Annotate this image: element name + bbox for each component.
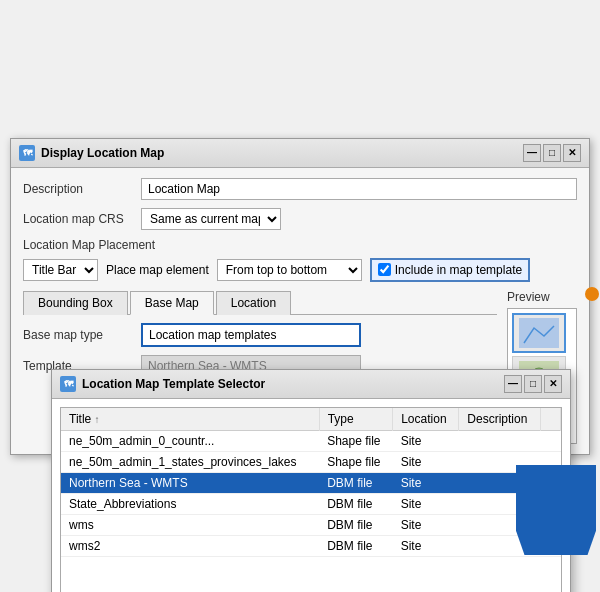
cell-extra (541, 430, 561, 451)
table-row[interactable]: wms DBM file Site (61, 514, 561, 535)
cell-description (459, 472, 541, 493)
preview-item-1[interactable] (512, 313, 566, 353)
table-row[interactable]: ne_50m_admin_0_countr... Shape file Site (61, 430, 561, 451)
basemap-type-label: Base map type (23, 328, 133, 342)
tab-bounding-box[interactable]: Bounding Box (23, 291, 128, 315)
placement-row: Title Bar Place map element From top to … (23, 258, 577, 282)
cell-title: ne_50m_admin_0_countr... (61, 430, 319, 451)
outer-dialog: 🗺 Display Location Map — □ ✕ Description… (10, 138, 590, 455)
col-type: Type (319, 408, 393, 431)
placement-label: Location Map Placement (23, 238, 577, 252)
cell-title: State_Abbreviations (61, 493, 319, 514)
preview-label: Preview (507, 290, 550, 304)
dialog-icon: 🗺 (19, 145, 35, 161)
cell-title: wms2 (61, 535, 319, 556)
cell-type: Shape file (319, 430, 393, 451)
crs-label: Location map CRS (23, 212, 133, 226)
cell-location: Site (393, 472, 459, 493)
cell-description (459, 451, 541, 472)
inner-dialog-title: Location Map Template Selector (82, 377, 265, 391)
table-row[interactable]: ne_50m_admin_1_states_provinces_lakes Sh… (61, 451, 561, 472)
cell-description (459, 514, 541, 535)
tab-bar: Bounding Box Base Map Location (23, 290, 497, 315)
description-input[interactable] (141, 178, 577, 200)
sort-icon: ↑ (95, 414, 100, 425)
description-label: Description (23, 182, 133, 196)
minimize-button[interactable]: — (523, 144, 541, 162)
inner-window-controls: — □ ✕ (504, 375, 562, 393)
svg-rect-0 (519, 318, 559, 348)
col-description: Description (459, 408, 541, 431)
tab-base-map[interactable]: Base Map (130, 291, 214, 315)
cell-description (459, 493, 541, 514)
cell-type: Shape file (319, 451, 393, 472)
table-row[interactable]: State_Abbreviations DBM file Site (61, 493, 561, 514)
cell-title: wms (61, 514, 319, 535)
maximize-button[interactable]: □ (543, 144, 561, 162)
description-row: Description (23, 178, 577, 200)
cell-location: Site (393, 493, 459, 514)
cell-type: DBM file (319, 472, 393, 493)
cell-location: Site (393, 514, 459, 535)
cell-description (459, 535, 541, 556)
crs-select[interactable]: Same as current map (141, 208, 281, 230)
template-table: Title ↑ Type Location Description ne_50m… (61, 408, 561, 557)
template-table-container: Title ↑ Type Location Description ne_50m… (60, 407, 562, 593)
table-header-row: Title ↑ Type Location Description (61, 408, 561, 431)
cell-location: Site (393, 430, 459, 451)
inner-dialog-content: Title ↑ Type Location Description ne_50m… (52, 399, 570, 593)
outer-title-bar: 🗺 Display Location Map — □ ✕ (11, 139, 589, 168)
outer-window-controls: — □ ✕ (523, 144, 581, 162)
table-row[interactable]: wms2 DBM file Site (61, 535, 561, 556)
cell-extra (541, 535, 561, 556)
cell-location: Site (393, 535, 459, 556)
close-button[interactable]: ✕ (563, 144, 581, 162)
include-template-label: Include in map template (395, 263, 522, 277)
cell-type: DBM file (319, 535, 393, 556)
cell-extra (541, 514, 561, 535)
inner-dialog: 🗺 Location Map Template Selector — □ ✕ T… (51, 369, 571, 593)
place-map-select[interactable]: From top to bottom (217, 259, 362, 281)
inner-minimize-button[interactable]: — (504, 375, 522, 393)
place-map-label: Place map element (106, 263, 209, 277)
outer-dialog-title: Display Location Map (41, 146, 164, 160)
preview-map-icon (519, 318, 559, 348)
inner-dialog-icon: 🗺 (60, 376, 76, 392)
cell-type: DBM file (319, 514, 393, 535)
col-title: Title ↑ (61, 408, 319, 431)
table-row[interactable]: Northern Sea - WMTS DBM file Site (61, 472, 561, 493)
titlebar-select[interactable]: Title Bar (23, 259, 98, 281)
cell-title: ne_50m_admin_1_states_provinces_lakes (61, 451, 319, 472)
include-template-checkbox-label[interactable]: Include in map template (370, 258, 530, 282)
include-template-checkbox[interactable] (378, 263, 391, 276)
cell-extra (541, 472, 561, 493)
basemap-type-row: Base map type Location map templates (23, 323, 497, 347)
crs-row: Location map CRS Same as current map (23, 208, 577, 230)
cell-location: Site (393, 451, 459, 472)
inner-maximize-button[interactable]: □ (524, 375, 542, 393)
basemap-type-dropdown-container: Location map templates (141, 323, 361, 347)
inner-title-bar: 🗺 Location Map Template Selector — □ ✕ (52, 370, 570, 399)
basemap-type-select[interactable]: Location map templates (141, 323, 361, 347)
inner-close-button[interactable]: ✕ (544, 375, 562, 393)
cell-extra (541, 451, 561, 472)
col-extra (541, 408, 561, 431)
cell-extra (541, 493, 561, 514)
cell-description (459, 430, 541, 451)
orange-indicator (585, 287, 599, 301)
cell-type: DBM file (319, 493, 393, 514)
cell-title: Northern Sea - WMTS (61, 472, 319, 493)
tab-location[interactable]: Location (216, 291, 291, 315)
col-location: Location (393, 408, 459, 431)
